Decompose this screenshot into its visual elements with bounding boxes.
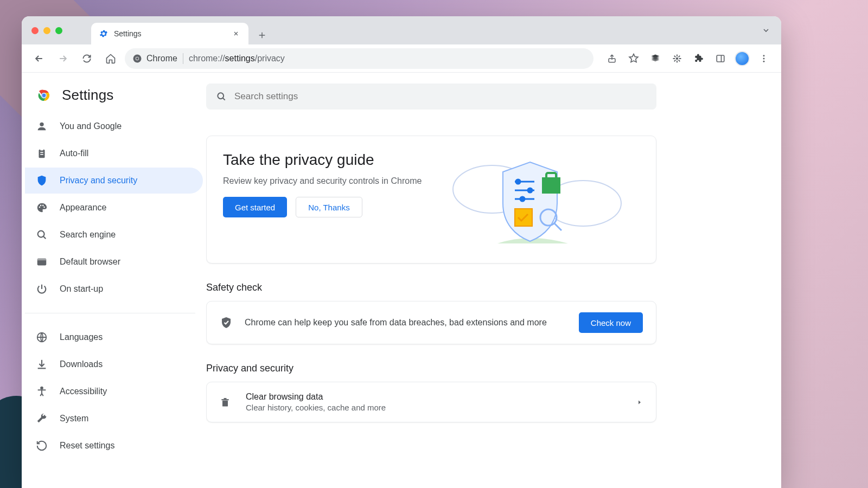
sidebar-item-label: Accessibility xyxy=(60,387,107,396)
sidebar-item-downloads[interactable]: Downloads xyxy=(25,351,203,377)
window-minimize-button[interactable] xyxy=(43,27,50,34)
sidebar-item-label: On start-up xyxy=(60,284,103,294)
safety-check-card: Chrome can help keep you safe from data … xyxy=(206,301,656,344)
shield-check-icon xyxy=(220,316,233,329)
tab-close-button[interactable] xyxy=(231,29,241,38)
settings-sidebar: Settings You and Google Auto-fill Privac… xyxy=(22,73,206,488)
browser-window: Settings Chrome xyxy=(22,16,781,488)
sidebar-item-reset-settings[interactable]: Reset settings xyxy=(25,433,203,459)
sidebar-item-you-and-google[interactable]: You and Google xyxy=(25,113,203,139)
sidebar-item-autofill[interactable]: Auto-fill xyxy=(25,140,203,166)
tab-list-button[interactable] xyxy=(762,26,770,35)
sidebar-item-label: You and Google xyxy=(60,121,122,131)
side-panel-button[interactable] xyxy=(711,49,730,68)
wrench-icon xyxy=(36,413,48,425)
svg-rect-15 xyxy=(40,152,43,153)
privacy-security-card: Clear browsing data Clear history, cooki… xyxy=(206,382,656,422)
home-button[interactable] xyxy=(101,49,120,68)
palette-icon xyxy=(36,202,48,214)
new-tab-button[interactable] xyxy=(253,26,271,44)
sidebar-item-label: Reset settings xyxy=(60,441,114,451)
svg-point-8 xyxy=(763,60,765,62)
browser-toolbar: Chrome chrome://settings/privacy xyxy=(22,44,781,73)
svg-point-18 xyxy=(40,205,42,207)
forward-button[interactable] xyxy=(53,49,73,68)
privacy-guide-title: Take the privacy guide xyxy=(223,151,422,169)
sidebar-item-accessibility[interactable]: Accessibility xyxy=(25,378,203,404)
tab-strip: Settings xyxy=(22,16,781,44)
sidebar-item-label: Default browser xyxy=(60,257,120,267)
settings-search[interactable] xyxy=(206,84,656,110)
gear-icon xyxy=(99,29,108,38)
download-icon xyxy=(36,358,48,370)
no-thanks-button[interactable]: No, Thanks xyxy=(296,197,362,217)
sidebar-item-label: System xyxy=(60,414,88,423)
separator xyxy=(183,53,183,64)
chrome-icon xyxy=(132,54,142,63)
safety-check-text: Chrome can help keep you safe from data … xyxy=(245,318,567,328)
divider xyxy=(25,313,195,313)
tab-title: Settings xyxy=(114,29,226,38)
svg-point-32 xyxy=(528,188,532,192)
bookmark-button[interactable] xyxy=(624,49,643,68)
svg-line-39 xyxy=(554,223,561,230)
privacy-guide-card: Take the privacy guide Review key privac… xyxy=(206,136,656,264)
svg-point-12 xyxy=(40,123,43,126)
power-icon xyxy=(36,283,48,295)
svg-point-34 xyxy=(520,197,525,201)
sidebar-item-label: Auto-fill xyxy=(60,149,88,158)
sidebar-item-label: Privacy and security xyxy=(60,176,137,185)
reload-button[interactable] xyxy=(77,49,97,68)
shield-icon xyxy=(36,175,48,187)
sidebar-item-default-browser[interactable]: Default browser xyxy=(25,249,203,275)
search-icon xyxy=(36,229,48,241)
sidebar-item-privacy-security[interactable]: Privacy and security xyxy=(25,168,203,194)
svg-point-20 xyxy=(43,207,45,208)
extensions-button[interactable] xyxy=(689,49,709,68)
address-bar[interactable]: Chrome chrome://settings/privacy xyxy=(125,48,593,69)
chevron-right-icon xyxy=(636,399,643,406)
share-button[interactable] xyxy=(602,49,622,68)
url-text: chrome://settings/privacy xyxy=(189,54,285,63)
page-title: Settings xyxy=(62,87,114,104)
svg-rect-13 xyxy=(39,150,45,158)
browser-tab[interactable]: Settings xyxy=(91,23,248,44)
sidebar-item-search-engine[interactable]: Search engine xyxy=(25,222,203,248)
sidebar-item-appearance[interactable]: Appearance xyxy=(25,195,203,221)
back-button[interactable] xyxy=(29,49,49,68)
accessibility-icon xyxy=(36,386,48,397)
get-started-button[interactable]: Get started xyxy=(223,197,287,217)
sidebar-item-label: Search engine xyxy=(60,230,116,240)
privacy-security-heading: Privacy and security xyxy=(206,363,656,374)
row-subtitle: Clear history, cookies, cache and more xyxy=(246,403,622,412)
settings-search-input[interactable] xyxy=(234,91,647,102)
svg-rect-40 xyxy=(222,400,228,406)
window-close-button[interactable] xyxy=(31,27,39,34)
row-title: Clear browsing data xyxy=(246,392,622,402)
window-maximize-button[interactable] xyxy=(55,27,62,34)
toolbar-actions xyxy=(602,49,774,68)
svg-rect-16 xyxy=(40,154,43,155)
sidebar-item-on-startup[interactable]: On start-up xyxy=(25,276,203,302)
profile-avatar[interactable] xyxy=(732,49,752,68)
settings-header: Settings xyxy=(25,76,206,108)
search-icon xyxy=(216,91,227,102)
svg-rect-41 xyxy=(221,399,228,400)
svg-point-25 xyxy=(41,387,43,389)
svg-point-6 xyxy=(763,55,765,56)
privacy-guide-illustration xyxy=(432,151,628,249)
extension-buffer-icon[interactable] xyxy=(646,49,665,68)
svg-point-17 xyxy=(39,207,41,208)
svg-rect-42 xyxy=(224,398,227,399)
svg-point-7 xyxy=(763,57,765,59)
safety-check-heading: Safety check xyxy=(206,282,656,293)
site-chip-label: Chrome xyxy=(146,54,177,63)
svg-point-2 xyxy=(136,57,139,60)
menu-button[interactable] xyxy=(754,49,774,68)
sidebar-item-system[interactable]: System xyxy=(25,406,203,432)
svg-point-19 xyxy=(42,205,44,207)
check-now-button[interactable]: Check now xyxy=(579,312,643,333)
extension-loom-icon[interactable] xyxy=(667,49,687,68)
sidebar-item-languages[interactable]: Languages xyxy=(25,324,203,350)
clear-browsing-data-row[interactable]: Clear browsing data Clear history, cooki… xyxy=(207,382,656,422)
